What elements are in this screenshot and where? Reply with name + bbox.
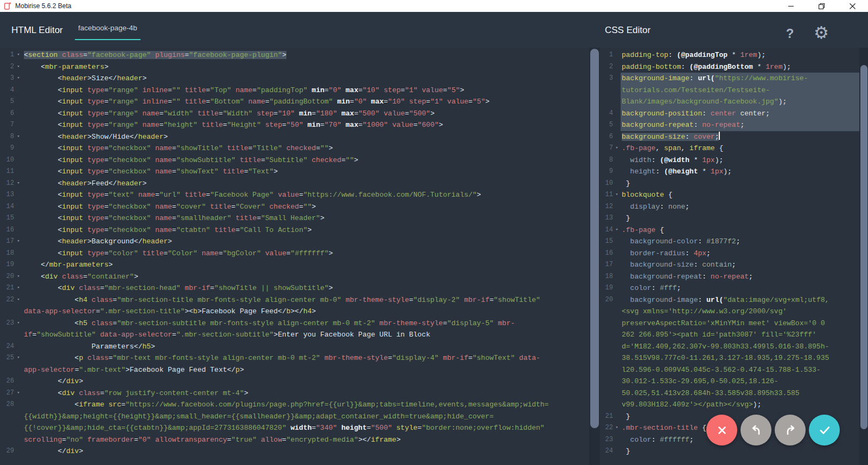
code-line: 21▾ <div class="mbr-section-head" mbr-if…	[0, 282, 589, 294]
line-number: 14	[600, 224, 613, 236]
fold-arrow-icon[interactable]: ▾	[14, 294, 23, 306]
code-line: 8▾ <header>Show/Hide</header>	[0, 131, 589, 143]
code-text: color: #fff;	[621, 282, 859, 294]
code-text: Parameters</h5>	[23, 341, 589, 353]
code-text: <header>Show/Hide</header>	[23, 131, 589, 143]
fold-arrow-icon	[14, 201, 23, 213]
css-code-area[interactable]: 1padding-top: (@paddingTop * 1rem);2padd…	[600, 48, 859, 465]
fold-arrow-icon	[14, 189, 23, 201]
fold-arrow-icon	[14, 411, 23, 423]
html-code-area[interactable]: 1▾<section class="facebook-page" plugins…	[0, 48, 589, 465]
code-text: Blank/images/background-facebook.jpg");	[621, 96, 859, 108]
code-line: 26 </div>	[0, 376, 589, 388]
fold-arrow-icon[interactable]: ▾	[14, 178, 23, 190]
fold-arrow-icon[interactable]: ▾	[14, 73, 23, 85]
fold-arrow-icon[interactable]: ▾	[613, 189, 621, 201]
fold-arrow-icon	[613, 178, 621, 190]
settings-button[interactable]: ⚙	[812, 23, 831, 43]
fold-arrow-icon[interactable]: ▾	[14, 271, 23, 283]
fold-arrow-icon[interactable]: ▾	[613, 143, 621, 154]
line-number: 23	[0, 318, 14, 330]
code-text: background-color: #1877f2;	[621, 236, 859, 248]
apply-button[interactable]	[809, 415, 840, 445]
code-text: }	[621, 178, 859, 190]
code-line: 18 background-repeat: no-repeat;	[600, 271, 859, 283]
code-text: tutorials.com/Testseiten/Testseite-	[621, 85, 859, 96]
fold-arrow-icon	[14, 364, 23, 376]
fold-arrow-icon[interactable]: ▾	[613, 224, 621, 236]
window-title: Mobirise 5.6.2 Beta	[15, 2, 71, 10]
line-number: 22	[0, 294, 14, 306]
line-number: 9	[600, 166, 613, 178]
line-number	[0, 434, 14, 446]
fold-arrow-icon[interactable]: ▾	[14, 318, 23, 330]
minimize-button[interactable]	[775, 0, 806, 12]
fold-arrow-icon	[14, 445, 23, 457]
fold-arrow-icon	[613, 271, 621, 283]
line-number: 7	[0, 119, 14, 131]
fold-arrow-icon	[613, 445, 621, 457]
fold-arrow-icon	[613, 49, 621, 61]
close-window-button[interactable]	[837, 0, 868, 12]
html-editor-scrollbar-thumb[interactable]	[590, 49, 599, 428]
line-number: 18	[600, 271, 613, 283]
line-number: 5	[0, 96, 14, 108]
fold-arrow-icon	[613, 85, 621, 96]
fold-arrow-icon[interactable]: ▾	[14, 49, 23, 61]
line-number: 11	[0, 166, 14, 178]
tab-facebook-page-4b[interactable]: facebook-page-4b	[75, 21, 141, 40]
line-number	[600, 329, 613, 341]
code-line: 10 <input type="checkbox" name="showSubt…	[0, 154, 589, 166]
cancel-button[interactable]	[706, 415, 737, 445]
fold-arrow-icon	[613, 376, 621, 388]
restore-button[interactable]	[806, 0, 837, 12]
code-line: 29 </div>	[0, 445, 589, 457]
code-text: width: (@width * 1px);	[621, 154, 859, 166]
code-text: <input type="range" inline="" title="Top…	[23, 85, 589, 96]
fold-arrow-icon	[613, 294, 621, 306]
fold-arrow-icon	[14, 434, 23, 446]
code-text: }	[621, 445, 859, 457]
code-text: }	[621, 212, 859, 224]
code-text: <input type="text" name="url" title="Fac…	[23, 189, 589, 201]
code-line: 14 <input type="checkbox" name="cover" t…	[0, 201, 589, 213]
undo-button[interactable]	[741, 415, 771, 445]
fold-arrow-icon[interactable]: ▾	[14, 282, 23, 294]
line-number: 7	[600, 143, 613, 154]
line-number: 20	[600, 294, 613, 306]
fold-arrow-icon[interactable]: ▾	[14, 352, 23, 364]
code-line: preserveAspectRatio='xMinYMin meet' view…	[600, 318, 859, 330]
html-editor-label: HTML Editor	[11, 25, 63, 36]
fold-arrow-icon	[613, 282, 621, 294]
fold-arrow-icon[interactable]: ▾	[14, 388, 23, 399]
code-text: {{!cover}}&amp;hide_cta={{ctabtn}}&amp;a…	[23, 422, 589, 434]
line-number: 26	[0, 376, 14, 388]
fold-arrow-icon	[14, 166, 23, 178]
line-number: 21	[600, 411, 613, 423]
css-editor-scrollbar-thumb[interactable]	[860, 65, 867, 429]
fold-arrow-icon[interactable]: ▾	[613, 422, 621, 434]
help-button[interactable]: ?	[782, 25, 797, 42]
fold-arrow-icon[interactable]: ▾	[14, 61, 23, 73]
code-text: d='M182.409,262.307v-99.803h33.499l5.016…	[621, 341, 859, 353]
redo-button[interactable]	[775, 415, 806, 445]
line-number	[0, 329, 14, 341]
line-number: 19	[0, 259, 14, 271]
code-line: v99.803H182.409z'></path></svg>);	[600, 399, 859, 411]
line-number	[0, 422, 14, 434]
line-number: 4	[0, 85, 14, 96]
line-number: 11	[600, 189, 613, 201]
code-line: 15 background-color: #1877f2;	[600, 236, 859, 248]
code-line: 6background-size: cover;	[600, 131, 859, 143]
code-line: 24 Parameters</h5>	[0, 341, 589, 353]
code-text: <header>Size</header>	[23, 73, 589, 85]
code-line: 8 width: (@width * 1px);	[600, 154, 859, 166]
code-text: background-repeat: no-repeat;	[621, 119, 859, 131]
line-number: 1	[0, 49, 14, 61]
mobirise-code-editor-window: Mobirise 5.6.2 Beta HTML Editor facebook…	[0, 0, 868, 465]
code-text: background-image: url("https://www.mobir…	[621, 73, 859, 85]
line-number: 6	[600, 131, 613, 143]
fold-arrow-icon[interactable]: ▾	[14, 131, 23, 143]
fold-arrow-icon	[14, 143, 23, 154]
fold-arrow-icon[interactable]: ▾	[14, 236, 23, 248]
